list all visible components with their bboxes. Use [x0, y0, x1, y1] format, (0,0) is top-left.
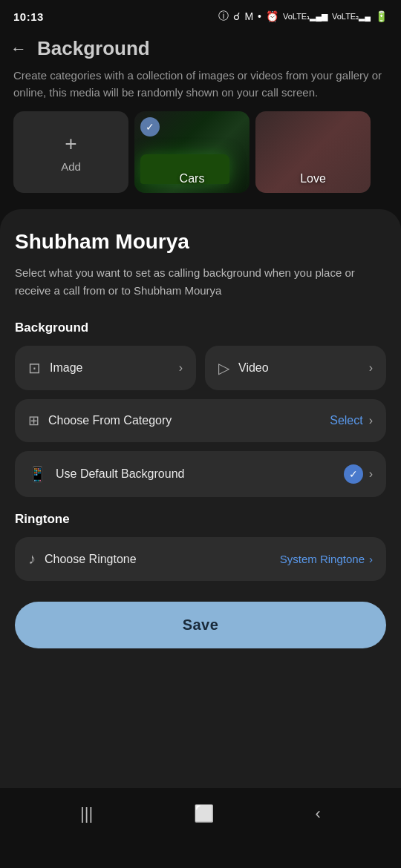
- description-text: Create categories with a collection of i…: [0, 68, 401, 111]
- search-icon: ☌: [233, 10, 240, 22]
- video-button[interactable]: ▷ Video ›: [205, 346, 386, 390]
- alarm-icon: ⏰: [266, 10, 278, 22]
- default-background-button[interactable]: 📱 Use Default Background ✓ ›: [15, 451, 386, 497]
- image-icon: ⊡: [28, 359, 41, 377]
- video-label: Video: [238, 361, 269, 375]
- category-label: Choose From Category: [48, 414, 172, 427]
- background-section-title: Background: [15, 320, 386, 335]
- system-ringtone-text: System Ringtone: [280, 553, 365, 565]
- choose-ringtone-button[interactable]: ♪ Choose Ringtone System Ringtone ›: [15, 537, 386, 581]
- ringtone-section: Ringtone ♪ Choose Ringtone System Ringto…: [15, 512, 386, 581]
- category-grid-icon: ⊞: [28, 412, 39, 429]
- ringtone-section-title: Ringtone: [15, 512, 386, 527]
- lte2-icon: VoLTE₂▂▄: [332, 12, 371, 22]
- status-time: 10:13: [13, 10, 44, 23]
- add-label: Add: [61, 160, 81, 173]
- cars-label: Cars: [134, 172, 250, 185]
- contact-name: Shubham Mourya: [15, 230, 386, 254]
- main-panel: Shubham Mourya Select what you want to s…: [0, 209, 401, 788]
- battery-icon: 🔋: [375, 10, 388, 22]
- contact-description: Select what you want to set as calling b…: [15, 264, 386, 300]
- home-nav-button[interactable]: ⬜: [180, 800, 227, 828]
- header: ← Background: [0, 30, 401, 68]
- ringtone-chevron-icon: ›: [369, 553, 373, 565]
- category-chevron-icon: ›: [369, 414, 373, 427]
- bottom-nav: ||| ⬜ ‹: [0, 788, 401, 843]
- cars-category-card[interactable]: ✓ Cars: [134, 111, 250, 193]
- save-button[interactable]: Save: [15, 602, 386, 648]
- add-category-button[interactable]: + Add: [13, 111, 128, 193]
- select-text: Select: [330, 414, 362, 427]
- status-icons: ⓘ ☌ M • ⏰ VoLTE₁▂▄▆ VoLTE₂▂▄ 🔋: [218, 10, 388, 23]
- love-label: Love: [255, 172, 371, 185]
- image-video-row: ⊡ Image › ▷ Video ›: [15, 346, 386, 390]
- thumbnails-row: + Add ✓ Cars Love: [0, 111, 401, 193]
- page-title: Background: [37, 37, 150, 60]
- image-label: Image: [50, 361, 82, 375]
- plus-icon: +: [65, 132, 76, 156]
- dot-icon: •: [258, 10, 261, 22]
- image-button[interactable]: ⊡ Image ›: [15, 346, 196, 390]
- instagram-icon: ⓘ: [218, 10, 229, 23]
- lte1-icon: VoLTE₁▂▄▆: [283, 12, 327, 22]
- video-icon: ▷: [218, 359, 229, 377]
- video-chevron-icon: ›: [369, 361, 373, 375]
- cars-checkmark: ✓: [140, 117, 160, 137]
- love-category-card[interactable]: Love: [255, 111, 371, 193]
- ringtone-label: Choose Ringtone: [45, 553, 137, 566]
- back-nav-button[interactable]: ‹: [302, 800, 334, 828]
- back-button[interactable]: ←: [10, 39, 27, 59]
- ringtone-icon: ♪: [28, 550, 36, 568]
- default-bg-label: Use Default Background: [56, 467, 184, 481]
- default-checked-icon: ✓: [344, 464, 363, 484]
- status-bar: 10:13 ⓘ ☌ M • ⏰ VoLTE₁▂▄▆ VoLTE₂▂▄ 🔋: [0, 0, 401, 30]
- image-chevron-icon: ›: [179, 361, 183, 375]
- choose-category-button[interactable]: ⊞ Choose From Category Select ›: [15, 399, 386, 442]
- recents-nav-button[interactable]: |||: [67, 800, 106, 828]
- gmail-icon: M: [244, 10, 253, 22]
- default-chevron-icon: ›: [369, 467, 373, 481]
- default-bg-icon: 📱: [28, 465, 47, 483]
